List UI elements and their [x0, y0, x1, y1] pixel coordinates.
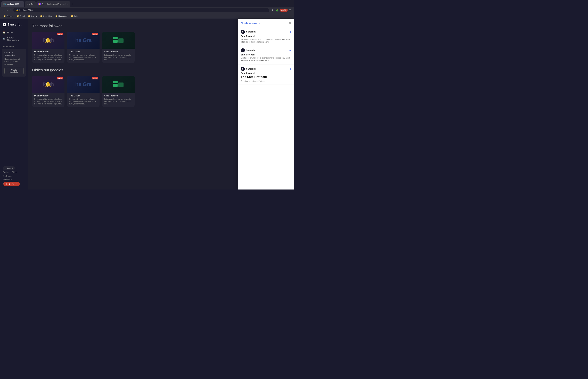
folder-icon: 📁 — [55, 15, 58, 17]
notifications-title: Notifications — [241, 22, 257, 25]
card-desc-graph-1: Get exclusive access to the latest impro… — [69, 54, 97, 61]
card-image-graph-1: he Gra $ 9.99 — [67, 32, 99, 49]
sidebar-item-search[interactable]: 🔍 Search Newsletters — [0, 35, 28, 43]
card-safe-2[interactable]: Safe Protocol In this newsletter you get… — [102, 76, 135, 107]
notif-item-header-1: S Sanscript ◆ — [241, 30, 291, 34]
language-selector[interactable]: ▾ Spanish — [3, 166, 15, 170]
share-button[interactable]: ⬆ — [271, 9, 274, 12]
bookmark-crypto[interactable]: 📁 Crypto — [27, 15, 38, 17]
card-desc-safe-2: In this newsletter you get access to new… — [104, 98, 132, 105]
svg-rect-1 — [113, 40, 118, 43]
card-graph-2[interactable]: he Gra $ 9.99 The Graph Get exclusive ac… — [67, 76, 99, 107]
address-text: localhost:3000 — [19, 9, 32, 11]
logo-text: Sanscript — [7, 23, 21, 26]
error-toast-close[interactable]: ✕ — [16, 183, 17, 185]
card-body-safe-1: Safe Protocol In this newsletter you get… — [102, 49, 135, 63]
back-button[interactable]: ← — [2, 9, 4, 12]
bookmark-contability[interactable]: 📁 Contability — [39, 15, 53, 17]
bookmark-label: Crypto — [31, 15, 37, 17]
forward-button[interactable]: → — [6, 9, 8, 12]
address-bar[interactable]: 🔒 localhost:3000 — [13, 8, 269, 12]
new-tab-button[interactable]: + — [71, 2, 75, 6]
library-card: Create a Newsletter No newsletters yet! … — [2, 49, 26, 77]
svg-rect-4 — [113, 84, 118, 87]
sidebar-logo: ✦ Sanscript — [0, 21, 28, 30]
eth-icon-1: ◆ — [289, 31, 291, 33]
card-title-safe-2: Safe Protocol — [104, 95, 132, 97]
footer-link-team[interactable]: The team — [3, 171, 10, 173]
notif-item-body-1: Most people who have a lot of trauma to … — [241, 38, 291, 43]
bookmark-finance[interactable]: 📁 Finance — [2, 15, 15, 17]
bookmark-humanode[interactable]: 📁 Humanode — [54, 15, 69, 17]
folder-icon: 📁 — [40, 15, 43, 17]
card-desc-push-1: Get the early bird access to the latest … — [34, 54, 63, 61]
footer-link-github[interactable]: Github — [12, 171, 17, 173]
bookmark-social[interactable]: 📁 Social — [15, 15, 26, 17]
tab-close-1[interactable]: ✕ — [21, 3, 22, 5]
card-push-protocol-2[interactable]: Push 🔔 $ 4.99 Push Protocol Get the earl… — [32, 76, 64, 107]
sidebar-item-home[interactable]: 🏠 Home — [0, 30, 28, 35]
svg-rect-0 — [113, 37, 118, 39]
search-label: Search Newsletters — [7, 36, 25, 42]
external-link-icon[interactable]: ↗ — [259, 22, 260, 25]
tab-2[interactable]: New Tab — [25, 1, 36, 7]
card-body-safe-2: Safe Protocol In this newsletter you get… — [102, 93, 135, 107]
notif-avatar-1: S — [241, 30, 245, 34]
notif-item-body-2: Most people who have a lot of trauma to … — [241, 57, 291, 62]
bookmark-axie[interactable]: 📁 Axie — [70, 15, 79, 17]
eth-icon-3: ◆ — [289, 67, 291, 70]
error-message: 1 error — [9, 183, 14, 185]
folder-icon: 📁 — [28, 15, 31, 17]
notif-item-title-1: Safe Protocol — [241, 35, 291, 37]
footer-global-text: Global Fans — [3, 178, 12, 180]
card-push-protocol-1[interactable]: Push 🔔 $ 4.99 Push Protocol Get the earl… — [32, 32, 64, 63]
notification-item-3[interactable]: S Sanscript ◆ Safe Protocol The Safe Pro… — [238, 64, 294, 85]
notif-sender-3: S Sanscript — [241, 67, 255, 71]
lock-icon: 🔒 — [16, 9, 18, 11]
price-badge-graph-2: $ 9.99 — [92, 77, 98, 79]
tab-3[interactable]: 🔔 Push Staging App (Previously EPNS... — [36, 1, 70, 7]
eth-icon-2: ◆ — [289, 49, 291, 52]
svg-text:S: S — [242, 49, 243, 51]
card-desc-push-2: Get the early bird access to the latest … — [34, 98, 63, 105]
folder-icon: 📁 — [71, 15, 73, 17]
card-image-push-1: Push 🔔 $ 4.99 — [32, 32, 64, 49]
footer-link-discord[interactable]: Join Discord — [3, 175, 12, 177]
logo-icon: ✦ — [3, 23, 6, 26]
card-title-safe-1: Safe Protocol — [104, 50, 132, 53]
card-safe-1[interactable]: Safe Protocol In this newsletter you get… — [102, 32, 135, 63]
price-badge-push-2: $ 4.99 — [57, 77, 63, 79]
card-desc-graph-2: Get exclusive access to the latest impro… — [69, 98, 97, 105]
browser-chrome: 🌐 localhost:3000 ✕ New Tab 🔔 Push Stagin… — [0, 0, 294, 19]
tab-favicon-3: 🔔 — [38, 3, 41, 5]
card-graph-1[interactable]: he Gra $ 9.99 The Graph Get exclusive ac… — [67, 32, 99, 63]
tab-active[interactable]: 🌐 localhost:3000 ✕ — [1, 1, 24, 7]
reload-button[interactable]: ↻ — [10, 9, 12, 12]
card-body-graph-1: The Graph Get exclusive access to the la… — [67, 49, 99, 63]
card-body-push-1: Push Protocol Get the early bird access … — [32, 49, 64, 63]
notif-item-header-3: S Sanscript ◆ — [241, 67, 291, 71]
menu-button[interactable]: ☰ — [288, 9, 292, 12]
bell-icon-2: 🔔 — [45, 81, 51, 87]
library-section-title: Your Library — [0, 43, 28, 49]
extensions-button[interactable]: 🧩 — [275, 9, 279, 12]
svg-text:S: S — [242, 31, 243, 33]
notif-item-title-3: Safe Protocol — [241, 72, 291, 75]
card-title-push-2: Push Protocol — [34, 95, 63, 97]
notification-item-2[interactable]: S Sanscript ◆ Safe Protocol Most people … — [238, 46, 294, 64]
tab-bar: 🌐 localhost:3000 ✕ New Tab 🔔 Push Stagin… — [0, 0, 294, 7]
notifications-header: Notifications ↗ ✕ — [238, 19, 294, 27]
vpn-button[interactable]: ⊕ VPN — [280, 9, 287, 12]
browser-actions: ⬆ 🧩 ⊕ VPN ☰ — [271, 9, 292, 12]
home-label: Home — [7, 31, 13, 34]
notifications-close-button[interactable]: ✕ — [289, 21, 291, 25]
library-card-title: Create a Newsletter — [4, 51, 24, 56]
folder-icon: 📁 — [16, 15, 19, 17]
price-badge-push-1: $ 4.99 — [57, 33, 63, 35]
card-desc-safe-1: In this newsletter you get access to new… — [104, 54, 132, 61]
notification-item-1[interactable]: S Sanscript ◆ Safe Protocol Most people … — [238, 27, 294, 46]
card-title-graph-2: The Graph — [69, 95, 97, 97]
notif-sender-name-2: Sanscript — [246, 49, 255, 51]
create-newsletter-button[interactable]: Create Newsletter — [4, 68, 24, 74]
sidebar: ✦ Sanscript 🏠 Home 🔍 Search Newsletters … — [0, 19, 28, 190]
